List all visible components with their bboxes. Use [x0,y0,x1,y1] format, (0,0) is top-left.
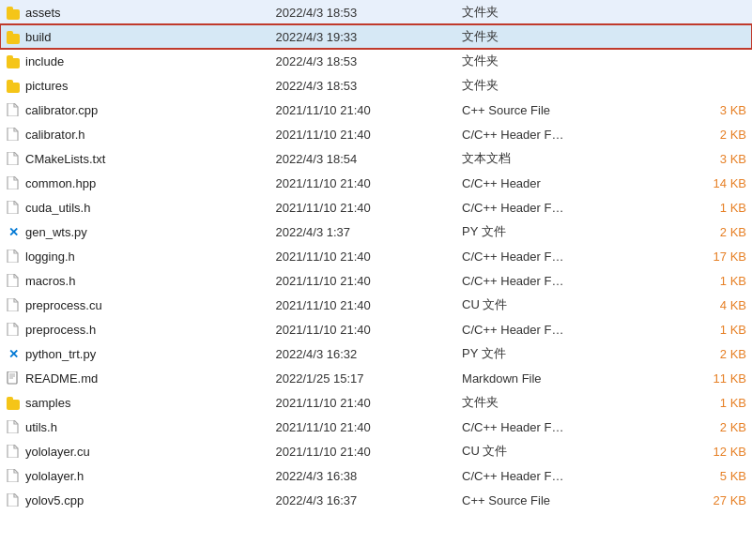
file-type: PY 文件 [456,341,662,366]
file-date: 2021/11/10 21:40 [270,171,457,195]
file-name: utils.h [25,420,57,434]
file-size: 3 KB [662,146,752,171]
svg-marker-5 [8,250,18,263]
file-name: preprocess.cu [25,298,102,312]
folder-icon [6,29,21,44]
file-type: C/C++ Header [456,171,662,195]
file-name-cell: logging.h [0,244,270,268]
table-row[interactable]: yolov5.cpp2022/4/3 16:37C++ Source File2… [0,488,752,512]
table-row[interactable]: README.md2022/1/25 15:17Markdown File11 … [0,366,752,390]
file-type: C++ Source File [456,488,662,512]
file-name-cell: cuda_utils.h [0,195,270,219]
file-date: 2022/4/3 16:38 [270,463,457,488]
file-size [662,73,752,98]
table-row[interactable]: logging.h2021/11/10 21:40C/C++ Header F…… [0,244,752,268]
vscode-icon: ✕ [6,346,21,361]
table-row[interactable]: CMakeLists.txt2022/4/3 18:54文本文档3 KB [0,146,752,171]
table-row[interactable]: ✕gen_wts.py2022/4/3 1:37PY 文件2 KB [0,219,752,244]
table-row[interactable]: build2022/4/3 19:33文件夹 [0,24,752,49]
file-type: C/C++ Header F… [456,463,662,488]
svg-marker-13 [8,420,18,433]
file-size: 11 KB [662,366,752,390]
file-date: 2022/4/3 18:53 [270,0,457,24]
file-type: C/C++ Header F… [456,268,662,293]
file-name: macros.h [25,274,75,288]
table-row[interactable]: preprocess.h2021/11/10 21:40C/C++ Header… [0,317,752,341]
file-size: 1 KB [662,390,752,415]
file-icon [6,419,21,434]
file-icon [6,200,21,215]
folder-icon [6,53,21,68]
file-name: common.hpp [25,176,96,190]
table-row[interactable]: preprocess.cu2021/11/10 21:40CU 文件4 KB [0,293,752,317]
file-type: C/C++ Header F… [456,244,662,268]
table-row[interactable]: include2022/4/3 18:53文件夹 [0,49,752,73]
file-name: build [25,30,51,44]
file-name: yololayer.h [25,469,84,483]
file-icon [6,127,21,142]
file-date: 2022/4/3 19:33 [270,24,457,49]
svg-marker-6 [8,274,18,287]
file-name-cell: macros.h [0,268,270,293]
table-row[interactable]: yololayer.h2022/4/3 16:38C/C++ Header F…… [0,463,752,488]
file-date: 2022/4/3 16:32 [270,341,457,366]
file-icon [6,273,21,288]
table-row[interactable]: cuda_utils.h2021/11/10 21:40C/C++ Header… [0,195,752,219]
file-name-cell: README.md [0,366,270,390]
file-date: 2022/4/3 1:37 [270,219,457,244]
table-row[interactable]: common.hpp2021/11/10 21:40C/C++ Header14… [0,171,752,195]
table-row[interactable]: utils.h2021/11/10 21:40C/C++ Header F…2 … [0,415,752,439]
file-size: 3 KB [662,98,752,122]
file-name-cell: samples [0,390,270,415]
file-date: 2022/4/3 16:37 [270,488,457,512]
file-size: 2 KB [662,219,752,244]
table-row[interactable]: yololayer.cu2021/11/10 21:40CU 文件12 KB [0,439,752,463]
file-type: 文本文档 [456,146,662,171]
file-name: include [25,54,64,68]
file-type: PY 文件 [456,219,662,244]
file-name: logging.h [25,250,75,264]
file-type: 文件夹 [456,24,662,49]
file-name: samples [25,396,70,410]
svg-marker-1 [8,128,18,141]
file-type: C++ Source File [456,98,662,122]
file-date: 2021/11/10 21:40 [270,390,457,415]
file-size [662,0,752,24]
table-row[interactable]: macros.h2021/11/10 21:40C/C++ Header F…1… [0,268,752,293]
file-size: 5 KB [662,463,752,488]
file-name: calibrator.h [25,128,85,142]
table-row[interactable]: samples2021/11/10 21:40文件夹1 KB [0,390,752,415]
table-row[interactable]: calibrator.cpp2021/11/10 21:40C++ Source… [0,98,752,122]
file-size: 2 KB [662,122,752,146]
file-icon [6,151,21,166]
file-name: yololayer.cu [25,445,90,459]
file-date: 2022/1/25 15:17 [270,366,457,390]
file-name-cell: build [0,24,270,49]
table-row[interactable]: assets2022/4/3 18:53文件夹 [0,0,752,24]
file-size: 1 KB [662,317,752,341]
file-size: 17 KB [662,244,752,268]
svg-marker-4 [8,201,18,214]
folder-icon [6,78,21,93]
file-name: preprocess.h [25,323,96,337]
file-type: 文件夹 [456,0,662,24]
table-row[interactable]: ✕python_trt.py2022/4/3 16:32PY 文件2 KB [0,341,752,366]
file-name-cell: preprocess.cu [0,293,270,317]
file-size: 14 KB [662,171,752,195]
file-date: 2021/11/10 21:40 [270,268,457,293]
svg-marker-0 [8,103,18,116]
file-name: assets [25,6,61,20]
file-type: 文件夹 [456,49,662,73]
file-type: CU 文件 [456,293,662,317]
file-size: 2 KB [662,341,752,366]
folder-icon [6,5,21,20]
svg-marker-2 [8,152,18,165]
file-type: C/C++ Header F… [456,122,662,146]
table-row[interactable]: calibrator.h2021/11/10 21:40C/C++ Header… [0,122,752,146]
file-list: assets2022/4/3 18:53文件夹build2022/4/3 19:… [0,0,752,512]
file-icon [6,468,21,483]
svg-marker-8 [8,323,18,336]
table-row[interactable]: pictures2022/4/3 18:53文件夹 [0,73,752,98]
file-size: 1 KB [662,195,752,219]
svg-marker-15 [8,469,18,482]
